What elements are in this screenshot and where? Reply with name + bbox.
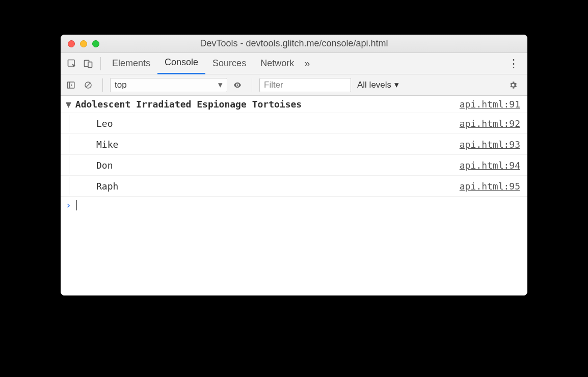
window-controls (68, 40, 99, 47)
console-log-text: Mike (96, 139, 460, 150)
svg-rect-2 (88, 62, 92, 67)
separator (102, 78, 103, 92)
console-output: ▼ Adolescent Irradiated Espionage Tortoi… (61, 96, 527, 295)
tab-network[interactable]: Network (253, 53, 301, 74)
source-link[interactable]: api.html:91 (460, 99, 520, 110)
chevron-down-icon: ▾ (394, 79, 399, 90)
toggle-console-sidebar-icon[interactable] (64, 78, 78, 92)
chevron-down-icon: ▾ (218, 79, 223, 90)
group-indent (69, 177, 81, 195)
svg-line-6 (86, 83, 90, 87)
console-group-label: Adolescent Irradiated Espionage Tortoise… (75, 99, 460, 110)
tab-elements[interactable]: Elements (105, 53, 157, 74)
devtools-window: DevTools - devtools.glitch.me/console/ap… (61, 35, 527, 295)
close-window-button[interactable] (68, 40, 75, 47)
group-indent (69, 156, 81, 174)
source-link[interactable]: api.html:93 (460, 139, 520, 150)
text-cursor (76, 200, 77, 210)
console-log-row: Mike api.html:93 (61, 134, 527, 155)
log-levels-selector[interactable]: All levels ▾ (357, 79, 399, 90)
device-toolbar-icon[interactable] (80, 53, 96, 74)
console-log-text: Don (96, 160, 460, 171)
tabs-overflow-button[interactable]: » (304, 58, 310, 69)
filter-input[interactable] (259, 78, 351, 92)
group-indent (69, 115, 81, 132)
console-log-row: Raph api.html:95 (61, 176, 527, 197)
live-expression-icon[interactable] (230, 78, 245, 92)
console-group-header[interactable]: ▼ Adolescent Irradiated Espionage Tortoi… (61, 96, 527, 113)
console-log-text: Raph (96, 181, 460, 192)
execution-context-selector[interactable]: top ▾ (110, 78, 227, 92)
console-log-row: Don api.html:94 (61, 155, 527, 176)
minimize-window-button[interactable] (80, 40, 87, 47)
source-link[interactable]: api.html:92 (460, 118, 520, 129)
zoom-window-button[interactable] (92, 40, 99, 47)
execution-context-label: top (115, 80, 127, 90)
tab-console[interactable]: Console (157, 53, 205, 74)
console-log-row: Leo api.html:92 (61, 113, 527, 134)
clear-console-icon[interactable] (81, 78, 95, 92)
svg-point-7 (237, 84, 238, 86)
separator (100, 57, 101, 70)
console-log-text: Leo (96, 118, 460, 129)
panel-tab-bar: Elements Console Sources Network » ⋮ (61, 53, 527, 74)
console-toolbar: top ▾ All levels ▾ (61, 74, 527, 96)
inspect-element-icon[interactable] (64, 53, 80, 74)
console-prompt[interactable]: › (61, 197, 527, 213)
prompt-caret-icon: › (66, 200, 71, 210)
window-title: DevTools - devtools.glitch.me/console/ap… (61, 38, 527, 49)
title-bar: DevTools - devtools.glitch.me/console/ap… (61, 35, 527, 53)
source-link[interactable]: api.html:94 (460, 160, 520, 171)
disclosure-triangle-icon[interactable]: ▼ (66, 99, 71, 110)
source-link[interactable]: api.html:95 (460, 181, 520, 192)
log-levels-label: All levels (357, 80, 391, 90)
tab-sources[interactable]: Sources (205, 53, 253, 74)
group-indent (69, 136, 81, 153)
more-options-icon[interactable]: ⋮ (508, 57, 519, 70)
console-settings-icon[interactable] (506, 78, 520, 92)
separator (252, 78, 252, 92)
